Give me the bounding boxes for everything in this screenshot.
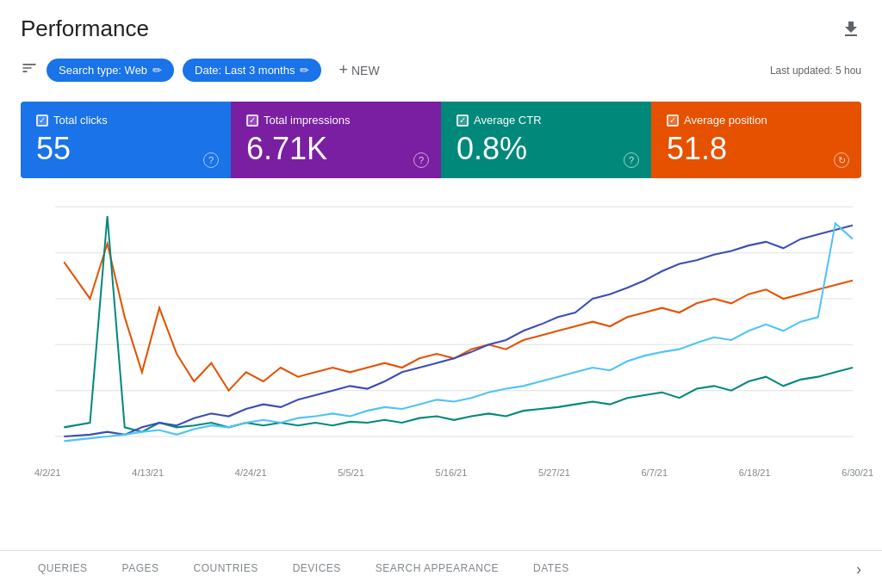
x-label-6: 6/7/21: [642, 467, 668, 478]
tab-queries[interactable]: QUERIES: [21, 551, 105, 588]
metric-card-clicks[interactable]: ✓ Total clicks 55 ?: [21, 102, 231, 178]
teal-line: [64, 216, 853, 432]
x-label-7: 6/18/21: [739, 467, 771, 478]
metric-title-ctr: Average CTR: [474, 114, 542, 127]
filter-icon[interactable]: [21, 59, 38, 81]
metrics-row: ✓ Total clicks 55 ? ✓ Total impressions …: [21, 102, 861, 178]
tab-pages[interactable]: PAGES: [105, 551, 177, 588]
metric-value-position: 51.8: [667, 133, 846, 164]
page-wrapper: Performance Search type: Web ✏ Date: Las…: [0, 0, 882, 588]
edit-icon: ✏: [152, 64, 162, 77]
dark-blue-line: [64, 226, 853, 436]
metric-label-impressions: ✓ Total impressions: [246, 114, 425, 127]
search-type-label: Search type: Web: [59, 64, 147, 77]
orange-line: [64, 244, 853, 391]
performance-chart[interactable]: [21, 189, 861, 464]
search-type-button[interactable]: Search type: Web ✏: [47, 59, 174, 82]
tab-countries[interactable]: COUNTRIES: [176, 551, 275, 588]
x-label-5: 5/27/21: [538, 467, 570, 478]
metric-card-position[interactable]: ✓ Average position 51.8 ↻: [651, 102, 861, 178]
metric-help-clicks[interactable]: ?: [203, 152, 219, 168]
metric-help-position[interactable]: ↻: [834, 152, 849, 168]
metric-card-impressions[interactable]: ✓ Total impressions 6.71K ?: [231, 102, 441, 178]
header: Performance: [0, 0, 882, 49]
header-right: [841, 19, 861, 40]
light-blue-line: [64, 224, 853, 442]
metric-help-impressions[interactable]: ?: [413, 152, 429, 168]
last-updated-text: Last updated: 5 hou: [770, 65, 861, 77]
metric-title-impressions: Total impressions: [264, 114, 350, 127]
x-label-4: 5/16/21: [436, 467, 468, 478]
metric-value-ctr: 0.8%: [457, 133, 636, 164]
toolbar: Search type: Web ✏ Date: Last 3 months ✏…: [0, 49, 882, 91]
metric-card-ctr[interactable]: ✓ Average CTR 0.8% ?: [441, 102, 651, 178]
download-icon[interactable]: [841, 19, 861, 40]
metric-label-position: ✓ Average position: [667, 114, 846, 127]
tab-devices[interactable]: DEVICES: [276, 551, 358, 588]
date-filter-button[interactable]: Date: Last 3 months ✏: [183, 59, 321, 82]
metric-value-impressions: 6.71K: [246, 133, 425, 164]
metric-label-clicks: ✓ Total clicks: [36, 114, 215, 127]
metric-checkbox-impressions: ✓: [246, 115, 258, 127]
metric-checkbox-ctr: ✓: [457, 115, 469, 127]
x-label-3: 5/5/21: [338, 467, 364, 478]
metric-checkbox-clicks: ✓: [36, 115, 48, 127]
metric-value-clicks: 55: [36, 133, 215, 164]
metric-label-ctr: ✓ Average CTR: [457, 114, 636, 127]
new-label: NEW: [351, 64, 380, 77]
x-label-8: 6/30/21: [842, 467, 873, 478]
x-axis-labels: 4/2/21 4/13/21 4/24/21 5/5/21 5/16/21 5/…: [0, 464, 882, 478]
chart-area: [21, 189, 861, 464]
metric-title-position: Average position: [684, 114, 767, 127]
metric-help-ctr[interactable]: ?: [624, 152, 639, 168]
date-label: Date: Last 3 months: [195, 64, 295, 77]
plus-icon: +: [339, 61, 348, 79]
bottom-nav: QUERIES PAGES COUNTRIES DEVICES SEARCH A…: [0, 550, 882, 588]
page-title: Performance: [21, 15, 149, 42]
x-label-2: 4/24/21: [235, 467, 267, 478]
nav-arrow-right[interactable]: ›: [856, 560, 861, 579]
metric-title-clicks: Total clicks: [53, 114, 108, 127]
x-label-1: 4/13/21: [132, 467, 164, 478]
new-button[interactable]: + NEW: [330, 56, 388, 84]
metric-checkbox-position: ✓: [667, 115, 679, 127]
x-label-0: 4/2/21: [34, 467, 61, 478]
tab-search-appearance[interactable]: SEARCH APPEARANCE: [358, 551, 516, 588]
edit-icon-date: ✏: [300, 64, 309, 77]
tab-dates[interactable]: DATES: [516, 551, 587, 588]
